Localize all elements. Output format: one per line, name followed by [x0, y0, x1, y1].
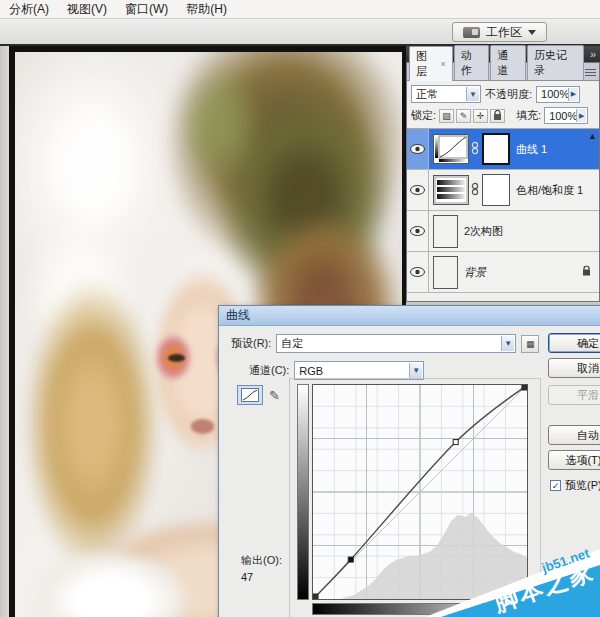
- channel-label: 通道(C):: [249, 363, 289, 378]
- preset-options-icon[interactable]: ▦: [521, 335, 539, 353]
- preset-label: 预设(R):: [231, 336, 271, 351]
- preview-checkbox-row: ✓ 预览(P): [550, 478, 600, 493]
- tab-channels-label: 通道: [497, 48, 519, 78]
- blend-mode-row: 正常 ▼ 不透明度: 100% ▶: [407, 81, 599, 106]
- curves-plot[interactable]: [313, 385, 527, 599]
- curves-graph[interactable]: [312, 384, 528, 600]
- background-lock-icon: [582, 266, 591, 279]
- layer-name[interactable]: 背景: [464, 265, 486, 280]
- padlock-icon: [493, 110, 502, 121]
- eye-icon: [410, 226, 425, 236]
- curves-dialog: 曲线 预设(R): 自定 ▼ ▦ 通道(C): RGB ▼ ✎ 输出(O): 4…: [218, 305, 600, 617]
- opacity-input[interactable]: 100% ▶: [536, 86, 580, 103]
- preset-value: 自定: [281, 336, 303, 351]
- curve-point-tool-button[interactable]: [237, 385, 263, 405]
- chevron-down-icon: ▼: [409, 363, 422, 378]
- mask-link-icon[interactable]: [471, 182, 479, 198]
- panel-tabs: 图层 × 动作 通道 历史记录: [407, 63, 599, 81]
- tab-channels[interactable]: 通道: [490, 45, 526, 80]
- curve-tools: ✎: [237, 385, 280, 405]
- fill-value: 100%: [549, 110, 577, 122]
- lock-pixels-icon[interactable]: ✎: [456, 109, 471, 123]
- layer-name[interactable]: 色相/饱和度 1: [516, 183, 583, 198]
- curves-thumb-icon: [434, 135, 468, 163]
- auto-button[interactable]: 自动: [548, 425, 600, 445]
- slider-arrow-icon[interactable]: ▶: [576, 109, 586, 122]
- workspace-icon: [463, 27, 480, 38]
- input-gradient-bar: [312, 603, 528, 615]
- panel-menu-icon[interactable]: [585, 67, 596, 76]
- smooth-button[interactable]: 平滑: [548, 385, 600, 405]
- dialog-title: 曲线: [226, 307, 250, 324]
- blend-mode-select[interactable]: 正常 ▼: [411, 85, 481, 103]
- visibility-toggle[interactable]: [407, 170, 429, 210]
- dialog-titlebar[interactable]: 曲线: [219, 306, 600, 326]
- lock-label: 锁定:: [411, 108, 436, 123]
- visibility-toggle[interactable]: [407, 252, 429, 292]
- layer-mask-thumbnail[interactable]: [482, 174, 510, 206]
- photo-lips: [191, 419, 214, 434]
- mask-link-icon[interactable]: [471, 141, 479, 157]
- preset-row: 预设(R): 自定 ▼ ▦: [231, 334, 539, 353]
- options-button[interactable]: 选项(T)...: [548, 450, 600, 470]
- tab-close-icon[interactable]: ×: [440, 59, 445, 69]
- cancel-button[interactable]: 取消: [548, 358, 600, 378]
- scroll-up-icon[interactable]: ▲: [588, 131, 597, 141]
- chevron-down-icon: ▼: [501, 336, 514, 351]
- menu-view[interactable]: 视图(V): [60, 0, 114, 20]
- workspace-label: 工作区: [486, 24, 522, 41]
- photo-dress: [30, 549, 193, 617]
- layer-list: 曲线 1 ▲ 色相/饱和度 1: [407, 129, 599, 293]
- fill-label: 填充:: [516, 108, 541, 123]
- layer-image-thumbnail[interactable]: [433, 215, 458, 248]
- preset-select[interactable]: 自定 ▼: [276, 334, 516, 353]
- menu-analysis[interactable]: 分析(A): [2, 0, 56, 20]
- channel-value: RGB: [299, 365, 323, 377]
- lock-position-icon[interactable]: ✛: [473, 109, 488, 123]
- opacity-value: 100%: [541, 88, 569, 100]
- layer-name[interactable]: 2次构图: [464, 224, 503, 239]
- collapse-panels-icon[interactable]: »: [590, 48, 595, 60]
- tab-actions[interactable]: 动作: [454, 45, 490, 80]
- ok-button[interactable]: 确定: [548, 333, 600, 353]
- layer-row-recrop[interactable]: 2次构图: [407, 211, 599, 252]
- layers-panel: 图层 × 动作 通道 历史记录 正常 ▼ 不透明度: 100% ▶ 锁定: ▨ …: [406, 62, 600, 302]
- photo-headdress-leaves: [178, 63, 263, 187]
- chain-icon: [471, 182, 479, 196]
- preview-label: 预览(P): [565, 478, 600, 493]
- eye-icon: [410, 185, 425, 195]
- workspace-button[interactable]: 工作区: [452, 22, 547, 42]
- layer-name[interactable]: 曲线 1: [516, 142, 547, 157]
- opacity-label: 不透明度:: [485, 87, 532, 102]
- curve-tool-icon: [241, 388, 259, 402]
- lock-transparency-icon[interactable]: ▨: [439, 109, 454, 123]
- slider-arrow-icon[interactable]: ▶: [568, 88, 578, 101]
- app-background: [0, 46, 9, 617]
- visibility-toggle[interactable]: [407, 129, 429, 169]
- lock-row: 锁定: ▨ ✎ ✛ 填充: 100% ▶: [407, 106, 599, 129]
- layer-mask-thumbnail[interactable]: [482, 133, 510, 165]
- tab-history[interactable]: 历史记录: [527, 45, 584, 80]
- eye-icon: [410, 144, 425, 154]
- tab-layers[interactable]: 图层 ×: [409, 46, 453, 81]
- curves-adjustment-thumbnail[interactable]: [433, 134, 469, 164]
- menu-help[interactable]: 帮助(H): [179, 0, 234, 20]
- blend-mode-value: 正常: [416, 87, 438, 102]
- layer-row-curves[interactable]: 曲线 1 ▲: [407, 129, 599, 170]
- preview-checkbox[interactable]: ✓: [550, 480, 561, 491]
- layer-row-background[interactable]: 背景: [407, 252, 599, 293]
- fill-input[interactable]: 100% ▶: [544, 107, 588, 124]
- tab-layers-label: 图层: [416, 49, 437, 79]
- chevron-down-icon: ▼: [466, 87, 479, 101]
- visibility-toggle[interactable]: [407, 211, 429, 251]
- lock-all-icon[interactable]: [490, 109, 505, 123]
- tab-history-label: 历史记录: [534, 48, 577, 78]
- hue-sat-adjustment-thumbnail[interactable]: [433, 175, 469, 205]
- layer-image-thumbnail[interactable]: [433, 256, 458, 289]
- chain-icon: [471, 141, 479, 155]
- pencil-tool-icon[interactable]: ✎: [269, 388, 280, 403]
- layer-row-hue-sat[interactable]: 色相/饱和度 1: [407, 170, 599, 211]
- eye-icon: [410, 267, 425, 277]
- menu-window[interactable]: 窗口(W): [118, 0, 175, 20]
- options-bar: 工作区: [0, 19, 600, 46]
